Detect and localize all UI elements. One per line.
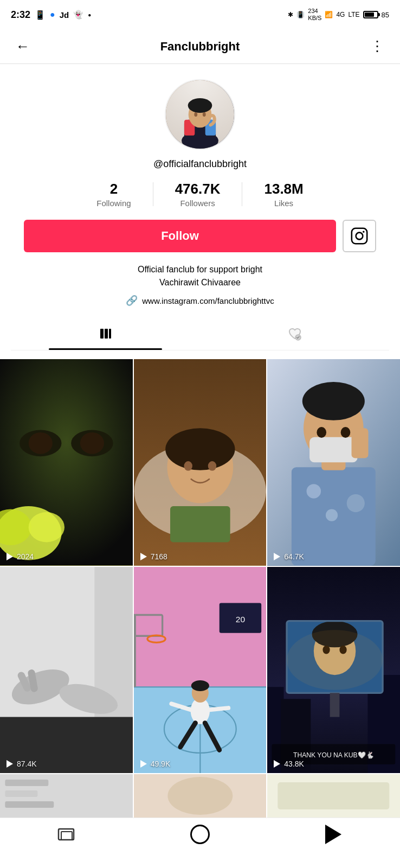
status-bar: 2:32 📱 ● Jd 👻 ● ✱ 📳 234KB/S 📶 4G LTE 85 [0,0,400,29]
view-count-1: 2024 [17,552,34,561]
video-cell-9[interactable] [267,774,400,818]
avatar [165,79,235,150]
tabs-row [11,322,389,350]
video-overlay-1: 2024 [4,552,34,561]
svg-point-37 [326,509,338,521]
svg-point-28 [165,428,235,470]
profile-section: @officialfanclubbright 2 Following 476.7… [0,64,400,359]
svg-text:20: 20 [236,615,245,624]
play-icon-3 [272,552,281,561]
bottom-nav-bar [0,818,400,850]
vibrate-icon: 📳 [296,11,305,18]
svg-point-19 [29,432,53,454]
svg-point-93 [167,777,233,815]
svg-point-29 [184,461,192,471]
follow-button[interactable]: Follow [24,220,336,252]
whatsapp-icon: 📱 [35,10,46,20]
view-count-6: 43.8K [284,760,304,768]
view-count-2: 7168 [151,552,167,561]
home-circle-icon [190,825,210,844]
svg-rect-95 [278,782,390,809]
grid-icon [99,327,113,344]
video-cell-2[interactable]: 7168 [134,359,267,566]
video-overlay-6: 43.8K [272,759,304,769]
bio-link[interactable]: 🔗 www.instagram.com/fanclubbrighttvc [126,295,274,307]
heart-outline-icon [287,327,302,345]
svg-rect-90 [5,790,37,797]
bluetooth-icon: ✱ [288,11,293,18]
top-nav: ← Fanclubbright ⋮ [0,29,400,64]
link-icon: 🔗 [126,295,138,307]
jd-label: Jd [60,10,69,20]
svg-rect-14 [109,329,111,339]
svg-line-65 [210,708,228,710]
battery-fill [365,12,375,17]
svg-point-8 [203,112,206,117]
instagram-button[interactable] [343,220,376,252]
nav-home-button[interactable] [178,824,222,845]
svg-point-6 [188,98,212,113]
svg-point-40 [302,382,365,420]
svg-marker-45 [274,553,280,560]
video-cell-1[interactable]: 2024 [0,359,133,566]
action-row: Follow [11,220,389,252]
video-cell-7[interactable] [0,774,133,818]
play-icon-1 [4,552,14,561]
tab-grid[interactable] [11,322,200,350]
stat-followers[interactable]: 476.7K Followers [153,181,242,208]
video-cell-8[interactable] [134,774,267,818]
svg-point-43 [341,427,351,438]
video-overlay-3: 64.7K [272,552,304,561]
nav-back-button[interactable] [312,824,355,845]
svg-rect-91 [5,801,54,808]
nav-recent-apps-button[interactable] [45,824,88,845]
dot-icon: ● [88,12,91,18]
avatar-image [166,80,234,149]
status-right-icons: ✱ 📳 234KB/S 📶 4G LTE 85 [288,8,389,22]
svg-point-10 [356,233,363,240]
stats-row: 2 Following 476.7K Followers 13.8M Likes [11,181,389,208]
bio-text: Official fanclub for support brightVachi… [138,265,262,287]
play-icon-5 [138,759,148,769]
username: @officialfanclubbright [153,158,247,170]
svg-marker-87 [274,760,280,768]
video-overlay-5: 49.9K [138,759,171,769]
svg-rect-97 [61,832,72,840]
svg-rect-31 [170,506,230,542]
svg-rect-41 [309,437,358,462]
data-speed: 234KB/S [308,8,321,22]
svg-marker-71 [140,760,147,768]
stat-following[interactable]: 2 Following [75,181,152,208]
stat-likes[interactable]: 13.8M Likes [242,181,325,208]
svg-point-7 [194,112,197,117]
svg-rect-89 [5,780,48,786]
play-icon-6 [272,759,281,769]
view-count-5: 49.9K [151,760,171,768]
video-cell-3[interactable]: 64.7K [267,359,400,566]
svg-point-61 [191,680,209,691]
back-button[interactable]: ← [11,35,35,59]
video-cell-6[interactable]: THANK YOU NA KUB🤍🐇 43.8K [267,567,400,774]
link-url: www.instagram.com/fanclubbrighttvc [142,296,274,305]
svg-point-36 [347,494,365,512]
tab-liked[interactable] [200,322,389,350]
svg-marker-24 [7,553,13,560]
following-label: Following [96,199,131,208]
page-title: Fanclubbright [160,40,240,54]
svg-rect-13 [105,329,108,339]
video-cell-5[interactable]: 20 49.9K [134,567,267,774]
status-time-area: 2:32 📱 ● Jd 👻 ● [11,9,91,21]
status-time: 2:32 [11,9,30,21]
more-options-button[interactable]: ⋮ [365,35,389,59]
video-cell-4[interactable]: 87.4K [0,567,133,774]
svg-rect-12 [100,329,104,339]
svg-point-20 [80,432,104,454]
svg-marker-32 [140,553,147,560]
video-overlay-2: 7168 [138,552,167,561]
lte-icon: LTE [348,11,359,18]
messenger-icon: ● [50,10,55,20]
svg-rect-9 [352,228,367,244]
bio-section: Official fanclub for support brightVachi… [109,263,290,307]
video-overlay-4: 87.4K [4,759,37,769]
view-count-3: 64.7K [284,552,304,561]
